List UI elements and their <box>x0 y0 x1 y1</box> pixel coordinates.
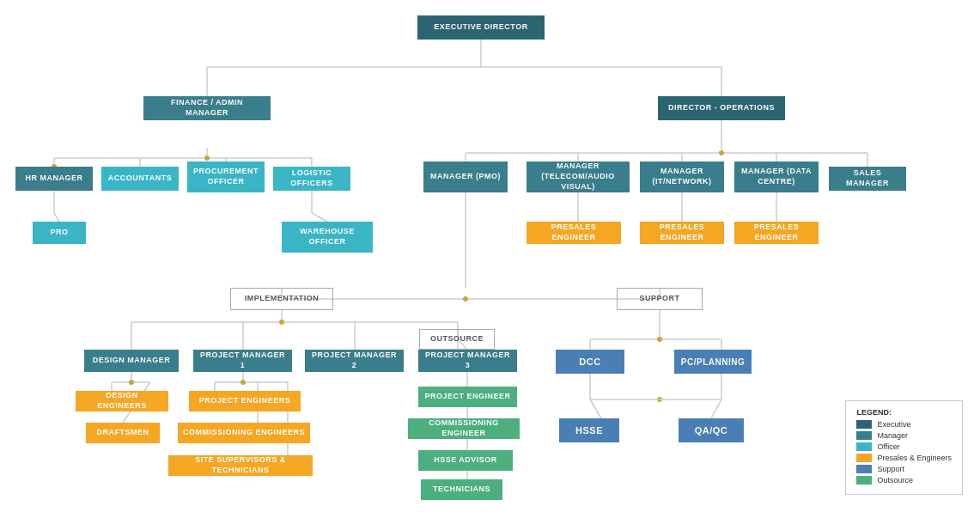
dcc-node: DCC <box>556 350 624 374</box>
technicians-node: TECHNICIANS <box>421 479 502 500</box>
executive-director-node: EXECUTIVE DIRECTOR <box>417 15 545 40</box>
legend-color-presales <box>856 454 872 462</box>
presales2-node: PRESALES ENGINEER <box>640 222 724 244</box>
legend-color-outsource <box>856 476 872 485</box>
legend-item-outsource: Outsource <box>856 476 952 485</box>
hsse-node: HSSE <box>559 418 619 442</box>
pm3-node: PROJECT MANAGER 3 <box>418 350 517 372</box>
svg-point-27 <box>463 296 468 302</box>
hsse-advisor-node: HSSE ADVISOR <box>418 450 513 471</box>
manager-telecom-node: MANAGER (TELECOM/AUDIO VISUAL) <box>527 162 630 192</box>
warehouse-node: WAREHOUSE OFFICER <box>282 222 373 253</box>
commissioning-pm3-node: COMMISSIONING ENGINEER <box>408 418 520 439</box>
procurement-node: PROCUREMENT OFFICER <box>187 162 265 192</box>
project-engineer-pm3-node: PROJECT ENGINEER <box>418 387 517 407</box>
outsource-node: OUTSOURCE <box>419 329 495 350</box>
site-supervisors-node: SITE SUPERVISORS & TECHNICIANS <box>168 455 313 476</box>
svg-point-65 <box>129 380 134 385</box>
legend-item-executive: Executive <box>856 420 952 429</box>
draftsmen-node: DRAFTSMEN <box>86 423 160 443</box>
legend-item-manager: Manager <box>856 431 952 440</box>
svg-point-63 <box>204 155 210 161</box>
manager-pmo-node: MANAGER (PMO) <box>423 162 508 192</box>
manager-it-node: MANAGER (IT/NETWORK) <box>640 162 724 192</box>
svg-point-32 <box>279 320 284 325</box>
svg-line-58 <box>590 399 601 418</box>
pro-node: PRO <box>33 222 86 244</box>
pc-planning-node: PC/PLANNING <box>674 350 752 374</box>
legend-color-manager <box>856 431 872 440</box>
legend-color-officer <box>856 442 872 451</box>
qa-qc-node: QA/QC <box>679 418 744 442</box>
legend: LEGEND: Executive Manager Officer Presal… <box>845 400 963 495</box>
commissioning-eng-node: COMMISSIONING ENGINEERS <box>178 423 310 443</box>
legend-item-support: Support <box>856 465 952 473</box>
pm1-node: PROJECT MANAGER 1 <box>193 350 292 372</box>
presales1-node: PRESALES ENGINEER <box>527 222 621 244</box>
legend-color-executive <box>856 420 872 429</box>
design-manager-node: DESIGN MANAGER <box>84 350 179 372</box>
svg-line-12 <box>54 213 59 222</box>
design-engineers-node: DESIGN ENGINEERS <box>76 391 168 411</box>
implementation-node: IMPLEMENTATION <box>230 288 333 310</box>
svg-line-14 <box>312 213 327 222</box>
org-chart: EXECUTIVE DIRECTOR FINANCE / ADMIN MANAG… <box>0 0 980 512</box>
finance-admin-node: FINANCE / ADMIN MANAGER <box>143 96 271 120</box>
svg-point-59 <box>657 397 662 402</box>
legend-color-support <box>856 465 872 473</box>
sales-manager-node: SALES MANAGER <box>829 167 906 191</box>
svg-point-66 <box>240 380 246 385</box>
legend-title: LEGEND: <box>856 408 952 417</box>
svg-point-64 <box>719 150 724 155</box>
legend-item-presales: Presales & Engineers <box>856 454 952 462</box>
hr-manager-node: HR MANAGER <box>15 167 93 191</box>
accountants-node: ACCOUNTANTS <box>101 167 179 191</box>
director-ops-node: DIRECTOR - OPERATIONS <box>658 96 785 120</box>
svg-line-61 <box>711 399 721 418</box>
presales3-node: PRESALES ENGINEER <box>734 222 819 244</box>
support-node: SUPPORT <box>617 288 703 310</box>
legend-item-officer: Officer <box>856 442 952 451</box>
svg-point-54 <box>657 337 662 342</box>
pm2-node: PROJECT MANAGER 2 <box>305 350 404 372</box>
manager-dc-node: MANAGER (DATA CENTRE) <box>734 162 819 192</box>
project-engineers-node: PROJECT ENGINEERS <box>189 391 301 411</box>
logistic-node: LOGISTIC OFFICERS <box>273 167 350 191</box>
